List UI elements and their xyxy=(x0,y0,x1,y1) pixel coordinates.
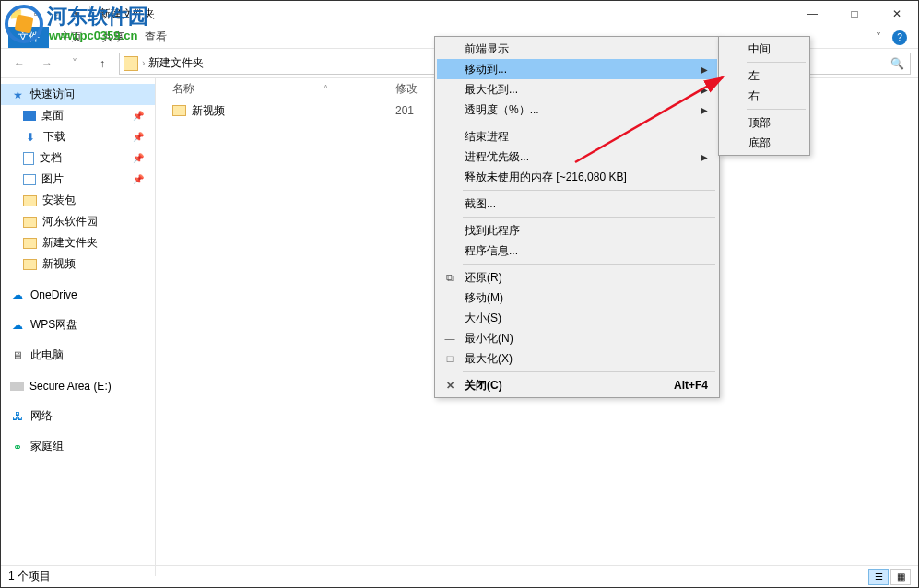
tab-share[interactable]: 共享 xyxy=(93,27,134,48)
menu-item-transparency[interactable]: 透明度（%）...▶ xyxy=(437,100,717,120)
submenu-arrow-icon: ▶ xyxy=(701,85,708,95)
menu-separator xyxy=(463,190,715,191)
desktop-icon xyxy=(23,111,36,121)
menu-item-maximize-to[interactable]: 最大化到...▶ xyxy=(437,79,717,100)
menu-item-end-process[interactable]: 结束进程 xyxy=(437,126,717,147)
folder-icon xyxy=(23,217,37,228)
minimize-icon: — xyxy=(442,333,457,344)
menu-item-screenshot[interactable]: 截图... xyxy=(437,194,717,214)
folder-icon xyxy=(172,105,186,116)
qat-icon1[interactable]: ▫ xyxy=(29,6,43,21)
network-icon: 🖧 xyxy=(10,409,25,424)
close-button[interactable]: ✕ xyxy=(876,1,918,27)
up-button[interactable]: ↑ xyxy=(91,53,113,75)
ribbon-collapse[interactable]: ˅ xyxy=(876,31,881,44)
view-large-button[interactable]: ▦ xyxy=(890,569,911,585)
pin-icon: 📌 xyxy=(133,132,144,142)
qat-dropdown[interactable]: ▾ xyxy=(69,6,84,21)
sidebar-item-desktop[interactable]: 桌面📌 xyxy=(1,105,155,126)
menu-item-move[interactable]: 移动(M) xyxy=(437,288,717,308)
pc-icon: 🖥 xyxy=(10,348,25,363)
cloud-icon: ☁ xyxy=(10,318,25,333)
menu-item-restore[interactable]: ⧉还原(R) xyxy=(437,267,717,288)
pic-icon xyxy=(23,174,36,185)
homegroup-icon: ⚭ xyxy=(10,440,25,454)
menu-separator xyxy=(463,217,715,218)
folder-icon xyxy=(23,195,37,206)
menu-item-front[interactable]: 前端显示 xyxy=(437,39,717,59)
pin-icon: 📌 xyxy=(133,111,144,121)
view-details-button[interactable]: ☰ xyxy=(868,569,889,585)
tab-home[interactable]: 主页 xyxy=(51,27,91,48)
window-title: 新建文件夹 xyxy=(100,6,155,22)
drive-icon xyxy=(10,382,24,391)
sidebar-label: 快速访问 xyxy=(30,87,75,102)
status-bar: 1 个项目 ☰ ▦ xyxy=(1,565,918,587)
breadcrumb-item[interactable]: 新建文件夹 xyxy=(148,55,204,71)
column-name[interactable]: 名称˄ xyxy=(156,81,395,97)
minimize-button[interactable]: — xyxy=(791,1,833,27)
sidebar-item-folder[interactable]: 新视频 xyxy=(1,253,155,275)
sidebar-item-documents[interactable]: 文档📌 xyxy=(1,147,155,169)
search-input[interactable]: 🔍 xyxy=(800,53,911,75)
submenu-item-right[interactable]: 右 xyxy=(721,86,807,106)
menu-separator xyxy=(463,123,715,123)
star-icon: ★ xyxy=(10,88,25,102)
sidebar-item-downloads[interactable]: ⬇下载📌 xyxy=(1,126,155,147)
context-menu: 前端显示 移动到...▶ 最大化到...▶ 透明度（%）...▶ 结束进程 进程… xyxy=(434,36,720,398)
close-icon: ✕ xyxy=(442,380,457,392)
menu-separator xyxy=(463,371,715,372)
folder-icon xyxy=(23,259,37,270)
doc-icon xyxy=(23,152,34,165)
sidebar-drive[interactable]: Secure Area (E:) xyxy=(1,375,155,396)
menu-separator xyxy=(747,62,806,63)
sidebar-quick-access[interactable]: ★ 快速访问 xyxy=(1,84,155,105)
sidebar-this-pc[interactable]: 🖥此电脑 xyxy=(1,345,155,366)
menu-item-program-info[interactable]: 程序信息... xyxy=(437,241,717,261)
folder-icon xyxy=(23,238,37,249)
sidebar-network[interactable]: 🖧网络 xyxy=(1,406,155,427)
sidebar-wps[interactable]: ☁WPS网盘 xyxy=(1,314,155,335)
sidebar-onedrive[interactable]: ☁OneDrive xyxy=(1,284,155,305)
maximize-icon: □ xyxy=(442,353,457,364)
sidebar-item-folder[interactable]: 新建文件夹 xyxy=(1,232,155,253)
pin-icon: 📌 xyxy=(133,174,144,184)
help-icon[interactable]: ? xyxy=(892,30,907,45)
menu-item-move-to[interactable]: 移动到...▶ xyxy=(437,59,717,79)
submenu-item-top[interactable]: 顶部 xyxy=(721,112,807,133)
maximize-button[interactable]: □ xyxy=(833,1,876,27)
submenu-item-bottom[interactable]: 底部 xyxy=(721,133,807,153)
menu-item-find-program[interactable]: 找到此程序 xyxy=(437,220,717,241)
back-button[interactable]: ← xyxy=(8,53,30,75)
menu-separator xyxy=(747,109,806,110)
tab-view[interactable]: 查看 xyxy=(135,27,176,48)
restore-icon: ⧉ xyxy=(442,272,457,284)
history-dropdown[interactable]: ˅ xyxy=(64,53,86,75)
submenu-item-center[interactable]: 中间 xyxy=(721,39,807,59)
submenu-arrow-icon: ▶ xyxy=(701,65,708,75)
menu-item-free-memory[interactable]: 释放未使用的内存 [~216,080 KB] xyxy=(437,167,717,187)
submenu-arrow-icon: ▶ xyxy=(701,105,708,115)
qat-icon2[interactable]: ▫ xyxy=(49,6,64,21)
status-count: 1 个项目 xyxy=(8,569,51,584)
menu-item-close[interactable]: ✕关闭(C)Alt+F4 xyxy=(437,375,717,395)
menu-item-maximize[interactable]: □最大化(X) xyxy=(437,348,717,369)
folder-icon xyxy=(124,56,138,71)
cloud-icon: ☁ xyxy=(10,288,25,302)
chevron-icon[interactable]: › xyxy=(142,58,145,68)
sidebar: ★ 快速访问 桌面📌 ⬇下载📌 文档📌 图片📌 安装包 河东软件园 新建文件夹 … xyxy=(1,78,156,576)
submenu-move-to: 中间 左 右 顶部 底部 xyxy=(718,36,810,156)
menu-item-size[interactable]: 大小(S) xyxy=(437,308,717,328)
download-icon: ⬇ xyxy=(23,130,38,145)
titlebar: 📁 ▫ ▫ ▾ 新建文件夹 — □ ✕ xyxy=(1,1,918,27)
submenu-item-left[interactable]: 左 xyxy=(721,65,807,86)
menu-item-minimize[interactable]: —最小化(N) xyxy=(437,328,717,348)
sidebar-item-pictures[interactable]: 图片📌 xyxy=(1,169,155,190)
forward-button[interactable]: → xyxy=(36,53,58,75)
sidebar-item-folder[interactable]: 安装包 xyxy=(1,190,155,211)
menu-item-priority[interactable]: 进程优先级...▶ xyxy=(437,147,717,167)
pin-icon: 📌 xyxy=(133,153,144,163)
sidebar-item-folder[interactable]: 河东软件园 xyxy=(1,211,155,232)
file-tab[interactable]: 文件 xyxy=(8,27,49,48)
sidebar-homegroup[interactable]: ⚭家庭组 xyxy=(1,436,155,457)
